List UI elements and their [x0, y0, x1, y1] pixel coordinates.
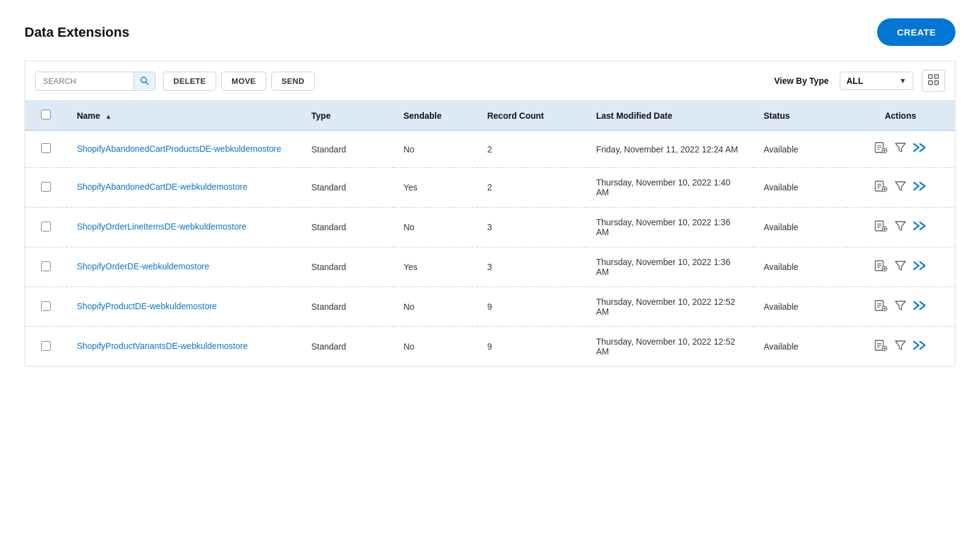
grid-view-button[interactable] [922, 70, 945, 92]
forward-icon-2[interactable] [913, 220, 927, 234]
row-type-cell-5: Standard [301, 327, 393, 367]
header-record-count[interactable]: Record Count [477, 101, 586, 130]
row-last-modified-cell-0: Friday, November 11, 2022 12:24 AM [586, 130, 754, 168]
select-all-checkbox[interactable] [41, 110, 51, 119]
view-by-type-label: View By Type [774, 76, 829, 86]
import-subscribers-icon-3[interactable] [874, 259, 888, 276]
search-input[interactable] [36, 72, 134, 90]
sort-arrow-icon: ▲ [105, 113, 111, 120]
forward-icon-5[interactable] [913, 340, 927, 354]
import-subscribers-icon-4[interactable] [874, 299, 888, 315]
header-type[interactable]: Type [301, 101, 393, 130]
row-name-link-3[interactable]: ShopifyOrderDE-webkuldemostore [77, 261, 209, 271]
row-actions-cell-0 [846, 130, 955, 168]
row-name-link-5[interactable]: ShopifyProductVariantsDE-webkuldemostore [77, 341, 247, 351]
filter-icon-2[interactable] [895, 220, 906, 234]
row-status-cell-0: Available [754, 130, 846, 168]
row-sendable-cell-5: No [394, 327, 478, 367]
table-row: ShopifyOrderLineItemsDE-webkuldemostore … [25, 208, 955, 247]
data-extensions-table: Name ▲ Type Sendable Record Count Last M… [24, 100, 956, 367]
row-checkbox-1[interactable] [41, 182, 51, 192]
svg-marker-29 [895, 222, 905, 230]
row-record-count-cell-5: 9 [477, 327, 586, 367]
row-name-link-2[interactable]: ShopifyOrderLineItemsDE-webkuldemostore [77, 222, 246, 231]
delete-button[interactable]: DELETE [163, 72, 216, 91]
row-checkbox-cell [25, 327, 67, 367]
view-by-type-value: ALL [846, 76, 863, 86]
row-record-count-cell-3: 3 [477, 247, 586, 287]
row-name-cell-5: ShopifyProductVariantsDE-webkuldemostore [67, 327, 301, 367]
svg-marker-13 [895, 143, 905, 152]
row-name-cell-3: ShopifyOrderDE-webkuldemostore [67, 247, 301, 287]
row-last-modified-cell-3: Thursday, November 10, 2022 1:36 AM [586, 247, 754, 287]
row-checkbox-cell [25, 130, 67, 168]
header-status[interactable]: Status [754, 101, 846, 130]
filter-icon-0[interactable] [895, 142, 906, 156]
svg-marker-21 [895, 182, 905, 190]
header-name[interactable]: Name ▲ [67, 101, 301, 130]
import-subscribers-icon-1[interactable] [874, 179, 888, 196]
row-name-cell-2: ShopifyOrderLineItemsDE-webkuldemostore [67, 208, 301, 247]
row-last-modified-cell-2: Thursday, November 10, 2022 1:36 AM [586, 208, 754, 247]
view-by-type-select[interactable]: ALL ▼ [840, 72, 913, 90]
row-checkbox-0[interactable] [41, 143, 51, 153]
filter-icon-4[interactable] [895, 300, 906, 314]
row-record-count-cell-4: 9 [477, 287, 586, 327]
svg-marker-37 [895, 261, 905, 270]
row-record-count-cell-1: 2 [477, 168, 586, 208]
row-name-link-4[interactable]: ShopifyProductDE-webkuldemostore [77, 301, 217, 311]
import-subscribers-icon-2[interactable] [874, 219, 888, 236]
row-type-cell-0: Standard [301, 130, 393, 168]
import-subscribers-icon-5[interactable] [874, 339, 888, 355]
forward-icon-3[interactable] [913, 260, 927, 274]
row-checkbox-cell [25, 208, 67, 247]
table-row: ShopifyAbandonedCartProductsDE-webkuldem… [25, 130, 955, 168]
table-header-row: Name ▲ Type Sendable Record Count Last M… [25, 101, 955, 130]
svg-rect-5 [935, 81, 938, 84]
row-actions-cell-3 [846, 247, 955, 287]
page-title: Data Extensions [24, 24, 129, 40]
row-checkbox-3[interactable] [41, 261, 51, 271]
row-last-modified-cell-4: Thursday, November 10, 2022 12:52 AM [586, 287, 754, 327]
row-name-cell-0: ShopifyAbandonedCartProductsDE-webkuldem… [67, 130, 301, 168]
row-name-cell-1: ShopifyAbandonedCartDE-webkuldemostore [67, 168, 301, 208]
forward-icon-4[interactable] [913, 300, 927, 314]
row-actions-cell-1 [846, 168, 955, 208]
row-status-cell-2: Available [754, 208, 846, 247]
header-sendable[interactable]: Sendable [394, 101, 478, 130]
forward-icon-0[interactable] [913, 142, 927, 156]
filter-icon-1[interactable] [895, 181, 906, 195]
row-last-modified-cell-1: Thursday, November 10, 2022 1:40 AM [586, 168, 754, 208]
row-type-cell-1: Standard [301, 168, 393, 208]
row-status-cell-5: Available [754, 327, 846, 367]
filter-icon-5[interactable] [895, 340, 906, 354]
header-actions: Actions [846, 101, 955, 130]
toolbar: DELETE MOVE SEND View By Type ALL ▼ [24, 61, 956, 100]
row-status-cell-1: Available [754, 168, 846, 208]
forward-icon-1[interactable] [913, 181, 927, 195]
svg-marker-53 [895, 341, 905, 350]
move-button[interactable]: MOVE [221, 72, 266, 91]
send-button[interactable]: SEND [271, 72, 315, 91]
row-checkbox-cell [25, 247, 67, 287]
create-button[interactable]: CREATE [877, 18, 956, 46]
row-last-modified-cell-5: Thursday, November 10, 2022 12:52 AM [586, 327, 754, 367]
row-checkbox-2[interactable] [41, 222, 51, 231]
row-checkbox-4[interactable] [41, 301, 51, 311]
row-checkbox-cell [25, 168, 67, 208]
svg-rect-4 [929, 81, 932, 84]
header-checkbox-col [25, 101, 67, 130]
row-name-link-0[interactable]: ShopifyAbandonedCartProductsDE-webkuldem… [77, 144, 281, 154]
row-sendable-cell-4: No [394, 287, 478, 327]
row-record-count-cell-0: 2 [477, 130, 586, 168]
row-status-cell-4: Available [754, 287, 846, 327]
search-icon-button[interactable] [134, 72, 155, 89]
filter-icon-3[interactable] [895, 260, 906, 274]
import-subscribers-icon-0[interactable] [874, 141, 888, 157]
row-checkbox-5[interactable] [41, 341, 51, 351]
table-row: ShopifyProductVariantsDE-webkuldemostore… [25, 327, 955, 367]
row-name-link-1[interactable]: ShopifyAbandonedCartDE-webkuldemostore [77, 182, 247, 192]
svg-rect-2 [929, 75, 932, 78]
header-last-modified[interactable]: Last Modified Date [586, 101, 754, 130]
svg-line-1 [146, 82, 148, 84]
